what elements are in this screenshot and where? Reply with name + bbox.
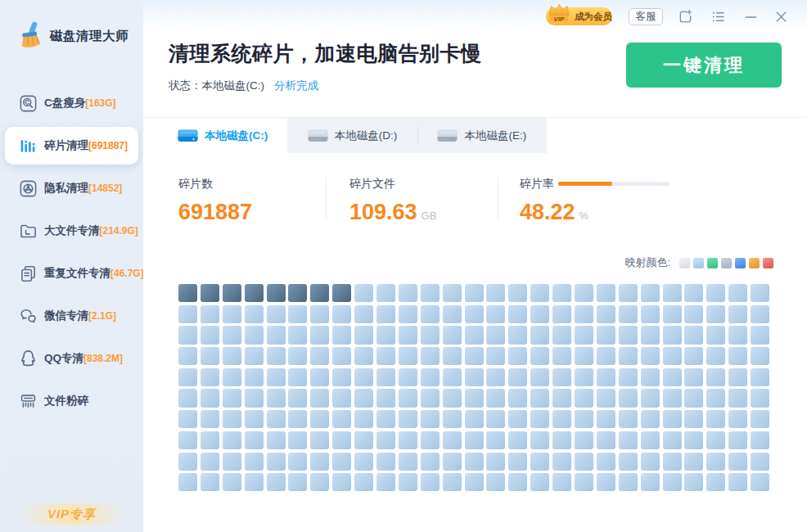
fragmap-cell-normal bbox=[619, 431, 638, 449]
fragmap-cell-normal bbox=[530, 368, 549, 386]
fragmap-cell-normal bbox=[552, 368, 571, 386]
fragmap-cell-normal bbox=[751, 389, 769, 407]
sidebar-item-privacy-clean[interactable]: 隐私清理 [14852] bbox=[0, 167, 143, 210]
menu-icon[interactable] bbox=[710, 9, 726, 25]
fragmap-cell-normal bbox=[354, 431, 373, 449]
close-icon[interactable] bbox=[773, 9, 789, 25]
fragmap-cell-normal bbox=[223, 368, 241, 386]
sidebar-item-wechat-clean[interactable]: 微信专清 [2.1G] bbox=[0, 295, 143, 337]
fragmap-cell-normal bbox=[619, 473, 638, 491]
fragmap-cell-normal bbox=[706, 389, 725, 407]
fragmap-cell-normal bbox=[663, 305, 682, 323]
feedback-icon[interactable] bbox=[678, 9, 693, 25]
qq-penguin-icon bbox=[20, 350, 37, 367]
stat-divider bbox=[326, 178, 327, 220]
fragmap-cell-normal bbox=[663, 431, 682, 449]
sidebar-item-count: [2.1G] bbox=[88, 310, 116, 322]
sidebar-item-label: 大文件专清 bbox=[44, 223, 100, 238]
fragmap-cell-normal bbox=[751, 347, 769, 365]
sidebar-item-file-shred[interactable]: 文件粉碎 bbox=[0, 380, 143, 422]
duplicate-files-icon bbox=[20, 265, 37, 282]
fragmap-cell-normal bbox=[641, 347, 660, 365]
sidebar-item-defrag[interactable]: 碎片清理 [691887] bbox=[5, 127, 138, 165]
fragmap-cell-normal bbox=[486, 473, 505, 491]
fragmap-cell-normal bbox=[267, 326, 286, 344]
tab-disk-d[interactable]: 本地磁盘(D:) bbox=[287, 118, 417, 153]
fragmap-cell-normal bbox=[288, 326, 307, 344]
defrag-bars-icon bbox=[20, 138, 37, 155]
fragmap-cell-normal bbox=[619, 347, 638, 365]
fragmap-cell-normal bbox=[267, 389, 286, 407]
sidebar-item-qq-clean[interactable]: QQ专清 [838.2M] bbox=[0, 337, 143, 380]
minimize-icon[interactable] bbox=[743, 9, 759, 25]
fragmap-cell-normal bbox=[178, 453, 197, 471]
fragmap-cell-normal bbox=[421, 473, 440, 491]
fragmap-cell-normal bbox=[706, 305, 725, 323]
tab-label: 本地磁盘(D:) bbox=[335, 128, 398, 143]
fragmap-cell-normal bbox=[684, 305, 703, 323]
fragmap-cell-normal bbox=[486, 326, 505, 344]
sidebar-item-duplicate-clean[interactable]: 重复文件专清 [46.7G] bbox=[0, 252, 143, 295]
analysis-complete-link[interactable]: 分析完成 bbox=[274, 79, 318, 93]
stat-fragment-files-label: 碎片文件 bbox=[349, 177, 395, 192]
fragmap-cell-normal bbox=[728, 326, 747, 344]
fragmap-cell-normal bbox=[376, 347, 395, 365]
tab-disk-c[interactable]: 本地磁盘(C:) bbox=[158, 118, 287, 153]
fragmap-cell-normal bbox=[421, 284, 440, 302]
fragmap-cell-normal bbox=[641, 473, 660, 491]
fragmap-cell-normal bbox=[421, 326, 440, 344]
fragmap-cell-normal bbox=[267, 347, 286, 365]
privacy-reel-icon bbox=[20, 180, 37, 197]
fragmap-cell-normal bbox=[552, 389, 571, 407]
fragmap-cell-normal bbox=[641, 284, 660, 302]
fragmap-cell-normal bbox=[619, 284, 638, 302]
fragmap-cell-normal bbox=[530, 284, 549, 302]
fragmap-cell-normal bbox=[354, 389, 373, 407]
tab-disk-e[interactable]: 本地磁盘(E:) bbox=[417, 118, 547, 153]
app-title: 磁盘清理大师 bbox=[50, 28, 128, 45]
fragmap-cell-normal bbox=[597, 473, 615, 491]
stat-fragment-rate-label: 碎片率 bbox=[520, 177, 554, 192]
stat-fragment-rate-unit: % bbox=[579, 210, 589, 222]
sidebar-item-big-file-clean[interactable]: 大文件专清 [214.9G] bbox=[0, 210, 143, 252]
fragmap-cell-normal bbox=[706, 431, 725, 449]
fragmap-cell-normal bbox=[486, 389, 505, 407]
fragmap-cell-normal bbox=[310, 368, 329, 386]
fragmap-cell-normal bbox=[684, 453, 703, 471]
fragmap-cell-normal bbox=[443, 473, 462, 491]
fragmap-cell-normal bbox=[178, 410, 197, 428]
stat-fragment-files-unit: GB bbox=[422, 210, 437, 222]
fragmap-cell-normal bbox=[641, 453, 660, 471]
fragmap-cell-normal bbox=[223, 347, 241, 365]
fragmap-cell-normal bbox=[332, 453, 351, 471]
fragmap-cell-normal bbox=[684, 473, 703, 491]
fragmap-cell-normal bbox=[641, 305, 660, 323]
fragmap-cell-normal bbox=[663, 347, 682, 365]
fragmap-cell-normal bbox=[288, 473, 307, 491]
fragmap-cell-normal bbox=[332, 326, 351, 344]
fragmap-cell-normal bbox=[728, 453, 747, 471]
become-vip-button[interactable]: VIP 成为会员 bbox=[546, 7, 612, 25]
fragmap-cell-normal bbox=[575, 347, 593, 365]
vip-footer[interactable]: VIP专享 bbox=[0, 507, 143, 522]
fragmap-cell-normal bbox=[178, 347, 197, 365]
fragmap-cell-normal bbox=[354, 410, 373, 428]
fragmap-cell-normal bbox=[619, 410, 638, 428]
fragmap-cell-normal bbox=[728, 473, 747, 491]
fragmap-cell-normal bbox=[465, 284, 484, 302]
fragmap-cell-fragmented bbox=[267, 284, 286, 302]
fragmap-cell-normal bbox=[376, 431, 395, 449]
fragmap-cell-normal bbox=[575, 410, 593, 428]
fragmap-cell-normal bbox=[486, 347, 505, 365]
fragmap-cell-normal bbox=[706, 347, 725, 365]
fragmap-cell-normal bbox=[751, 368, 769, 386]
one-click-clean-button[interactable]: 一键清理 bbox=[626, 43, 782, 88]
sidebar-item-c-drive-slim[interactable]: C盘瘦身 [163G] bbox=[0, 82, 143, 124]
fragmap-cell-normal bbox=[376, 326, 395, 344]
disk-icon bbox=[308, 127, 328, 144]
fragmap-cell-normal bbox=[178, 368, 197, 386]
support-button[interactable]: 客服 bbox=[629, 8, 663, 25]
fragmap-cell-normal bbox=[245, 453, 264, 471]
fragmap-cell-normal bbox=[751, 305, 769, 323]
fragmap-cell-normal bbox=[245, 410, 264, 428]
